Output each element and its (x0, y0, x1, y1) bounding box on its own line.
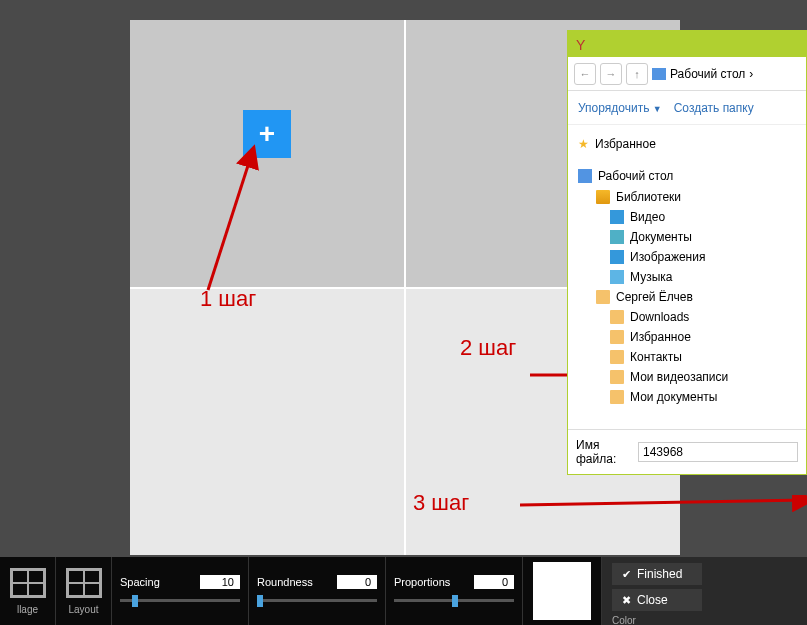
tree-fav2[interactable]: Избранное (568, 327, 806, 347)
action-column: Finished Close Color (602, 557, 807, 625)
spacing-control: Spacing 10 (112, 557, 249, 625)
nav-forward-button[interactable]: → (600, 63, 622, 85)
organize-menu[interactable]: Упорядочить ▼ (578, 101, 662, 115)
tree-mydocs[interactable]: Мои документы (568, 387, 806, 407)
folder-icon (610, 390, 624, 404)
tree-images[interactable]: Изображения (568, 247, 806, 267)
chevron-down-icon: ▼ (653, 104, 662, 114)
layout-icon (66, 568, 102, 598)
tree-favorites[interactable]: ★ Избранное (568, 133, 806, 155)
roundness-slider[interactable] (257, 593, 377, 607)
desktop-icon (578, 169, 592, 183)
dialog-titlebar: Y (568, 31, 806, 57)
breadcrumb-location: Рабочий стол (670, 67, 745, 81)
proportions-label: Proportions (394, 576, 450, 588)
tree-label: Downloads (630, 310, 689, 324)
check-icon (622, 567, 631, 581)
libraries-icon (596, 190, 610, 204)
tree-label: Мои документы (630, 390, 717, 404)
spacing-slider[interactable] (120, 593, 240, 607)
add-image-button[interactable]: + (243, 110, 291, 158)
tree-downloads[interactable]: Downloads (568, 307, 806, 327)
star-icon: ★ (578, 137, 589, 151)
proportions-slider[interactable] (394, 593, 514, 607)
tree-documents[interactable]: Документы (568, 227, 806, 247)
file-open-dialog: Y ← → ↑ Рабочий стол › Упорядочить ▼ Соз… (567, 30, 807, 475)
tree-label: Избранное (630, 330, 691, 344)
collage-mode-button[interactable]: llage (0, 557, 56, 625)
desktop-icon (652, 68, 666, 80)
tree-contacts[interactable]: Контакты (568, 347, 806, 367)
nav-up-button[interactable]: ↑ (626, 63, 648, 85)
proportions-value[interactable]: 0 (474, 575, 514, 589)
yandex-app-icon: Y (576, 37, 590, 51)
collage-label: llage (17, 604, 38, 615)
tree-myvideos[interactable]: Мои видеозаписи (568, 367, 806, 387)
roundness-control: Roundness 0 (249, 557, 386, 625)
music-icon (610, 270, 624, 284)
documents-icon (610, 230, 624, 244)
color-label: Color (612, 615, 636, 625)
filename-input[interactable] (638, 442, 798, 462)
tree-libraries[interactable]: Библиотеки (568, 187, 806, 207)
tree-label: Мои видеозаписи (630, 370, 728, 384)
collage-cell-3[interactable] (130, 289, 404, 556)
collage-cell-1[interactable]: + (130, 20, 404, 287)
images-icon (610, 250, 624, 264)
dialog-nav: ← → ↑ Рабочий стол › (568, 57, 806, 91)
color-swatch[interactable] (533, 562, 591, 620)
tree-label: Изображения (630, 250, 705, 264)
tree-label: Рабочий стол (598, 169, 673, 183)
proportions-control: Proportions 0 (386, 557, 523, 625)
video-icon (610, 210, 624, 224)
bottom-toolbar: llage Layout Spacing 10 Roundness 0 Prop… (0, 557, 807, 625)
folder-icon (610, 330, 624, 344)
finished-button[interactable]: Finished (612, 563, 702, 585)
roundness-value[interactable]: 0 (337, 575, 377, 589)
chevron-right-icon: › (749, 67, 753, 81)
close-icon (622, 593, 631, 607)
tree-label: Документы (630, 230, 692, 244)
folder-tree: ★ Избранное Рабочий стол Библиотеки Виде… (568, 125, 806, 429)
color-swatch-box (523, 557, 602, 625)
filename-row: Имя файла: (568, 429, 806, 474)
layout-label: Layout (68, 604, 98, 615)
layout-button[interactable]: Layout (56, 557, 112, 625)
tree-label: Музыка (630, 270, 672, 284)
tree-user[interactable]: Сергей Ёлчев (568, 287, 806, 307)
tree-label: Избранное (595, 137, 656, 151)
plus-icon: + (259, 118, 275, 150)
close-button[interactable]: Close (612, 589, 702, 611)
tree-label: Сергей Ёлчев (616, 290, 693, 304)
filename-label: Имя файла: (576, 438, 632, 466)
tree-label: Контакты (630, 350, 682, 364)
breadcrumb[interactable]: Рабочий стол › (652, 67, 753, 81)
tree-label: Видео (630, 210, 665, 224)
spacing-value[interactable]: 10 (200, 575, 240, 589)
tree-video[interactable]: Видео (568, 207, 806, 227)
folder-icon (610, 370, 624, 384)
folder-icon (610, 310, 624, 324)
finished-label: Finished (637, 567, 682, 581)
tree-desktop[interactable]: Рабочий стол (568, 165, 806, 187)
tree-music[interactable]: Музыка (568, 267, 806, 287)
collage-icon (10, 568, 46, 598)
roundness-label: Roundness (257, 576, 313, 588)
nav-back-button[interactable]: ← (574, 63, 596, 85)
user-folder-icon (596, 290, 610, 304)
tree-label: Библиотеки (616, 190, 681, 204)
new-folder-button[interactable]: Создать папку (674, 101, 754, 115)
spacing-label: Spacing (120, 576, 160, 588)
dialog-toolbar: Упорядочить ▼ Создать папку (568, 91, 806, 125)
folder-icon (610, 350, 624, 364)
close-label: Close (637, 593, 668, 607)
